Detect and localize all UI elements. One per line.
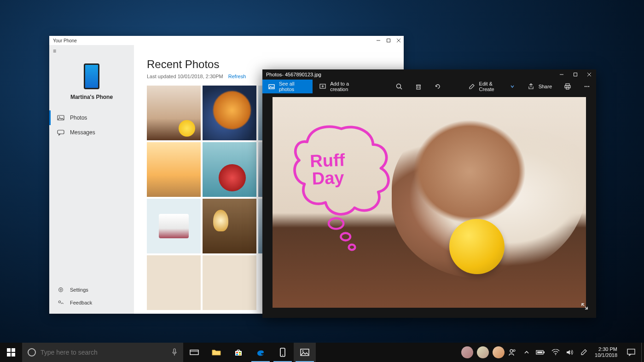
volume-icon[interactable] xyxy=(566,349,574,356)
your-phone-taskbar-button[interactable] xyxy=(272,343,294,362)
delete-button[interactable] xyxy=(409,80,428,93)
svg-rect-11 xyxy=(574,73,577,76)
battery-icon[interactable] xyxy=(536,350,545,355)
minimize-button[interactable] xyxy=(555,69,569,80)
photo-thumbnail[interactable] xyxy=(203,86,256,140)
file-explorer-button[interactable] xyxy=(205,343,227,362)
photos-titlebar[interactable]: Photos- 4567890123.jpg xyxy=(262,69,596,80)
fullscreen-button[interactable] xyxy=(578,299,592,313)
toolbar-label: Share xyxy=(539,84,552,89)
device-name: Martina's Phone xyxy=(70,94,113,100)
photo-thumbnail[interactable] xyxy=(203,255,256,310)
edit-create-button[interactable]: Edit & Create xyxy=(463,80,521,93)
photos-window: Photos- 4567890123.jpg See all photos Ad… xyxy=(262,69,596,318)
windows-icon xyxy=(7,348,15,356)
photo-subject xyxy=(449,219,505,274)
svg-rect-38 xyxy=(190,350,198,355)
refresh-link[interactable]: Refresh xyxy=(228,74,246,79)
sidebar-item-settings[interactable]: Settings xyxy=(49,283,134,296)
photo-thumbnail[interactable] xyxy=(147,86,201,140)
sidebar-item-feedback[interactable]: Feedback xyxy=(49,296,134,309)
svg-point-46 xyxy=(282,355,283,356)
print-icon xyxy=(564,83,571,90)
rotate-button[interactable] xyxy=(429,80,447,93)
search-input[interactable] xyxy=(41,349,167,356)
photos-icon xyxy=(57,114,64,121)
collection-icon xyxy=(268,83,275,90)
share-button[interactable]: Share xyxy=(522,80,557,93)
photo-thumbnail[interactable] xyxy=(147,199,201,253)
time-text: 2:30 PM xyxy=(595,346,617,352)
task-view-button[interactable] xyxy=(183,343,205,362)
photo-thumbnail[interactable] xyxy=(203,142,256,197)
svg-point-32 xyxy=(349,245,355,250)
photos-window-title: Photos- 4567890123.jpg xyxy=(266,72,321,77)
edge-icon xyxy=(256,348,265,357)
clock[interactable]: 2:30 PM 10/1/2018 xyxy=(591,343,621,362)
photos-toolbar: See all photos Add to a creation xyxy=(262,80,596,93)
pinned-contact[interactable] xyxy=(461,346,473,358)
pinned-contact[interactable] xyxy=(493,346,505,358)
minimize-button[interactable] xyxy=(373,36,383,45)
store-button[interactable] xyxy=(227,343,249,362)
page-title: Recent Photos xyxy=(147,58,391,71)
more-button[interactable] xyxy=(578,80,596,93)
photo-thumbnail[interactable] xyxy=(203,199,256,253)
folder-icon xyxy=(212,349,221,356)
toolbar-label: Add to a creation xyxy=(330,81,364,92)
mic-icon[interactable] xyxy=(171,348,178,356)
pinned-contact[interactable] xyxy=(477,346,489,358)
svg-rect-52 xyxy=(544,351,545,353)
start-button[interactable] xyxy=(0,343,22,362)
svg-point-28 xyxy=(586,86,587,87)
photo-thumbnail[interactable] xyxy=(147,255,201,310)
edge-button[interactable] xyxy=(249,343,272,362)
sidebar-item-messages[interactable]: Messages xyxy=(49,125,134,140)
last-updated-text: Last updated 10/01/2018, 2:30PM xyxy=(147,74,223,79)
svg-point-31 xyxy=(341,233,351,240)
close-button[interactable] xyxy=(582,69,596,80)
phone-icon xyxy=(84,63,99,89)
people-button[interactable] xyxy=(508,348,516,356)
maximize-button[interactable] xyxy=(569,69,582,80)
system-tray xyxy=(520,343,591,362)
photo-thumbnail[interactable] xyxy=(147,142,201,197)
sidebar-item-label: Photos xyxy=(70,115,87,121)
action-center-button[interactable] xyxy=(621,343,641,362)
ink-workspace-icon[interactable] xyxy=(580,349,587,356)
wifi-icon[interactable] xyxy=(551,349,560,356)
svg-point-8 xyxy=(60,289,61,290)
svg-point-9 xyxy=(58,301,60,303)
photo-image[interactable]: Ruff Day xyxy=(273,97,586,308)
print-button[interactable] xyxy=(558,80,577,93)
tray-overflow-button[interactable] xyxy=(524,350,529,355)
sidebar-item-label: Messages xyxy=(70,129,95,136)
zoom-icon xyxy=(395,83,403,90)
your-phone-titlebar[interactable]: Your Phone xyxy=(49,36,404,45)
date-text: 10/1/2018 xyxy=(595,352,617,358)
show-desktop-button[interactable] xyxy=(641,343,644,362)
hamburger-button[interactable]: ≡ xyxy=(49,45,134,57)
svg-point-54 xyxy=(555,354,556,355)
svg-rect-43 xyxy=(236,354,238,355)
svg-rect-20 xyxy=(417,85,420,89)
maximize-button[interactable] xyxy=(383,36,394,45)
sidebar-item-label: Settings xyxy=(70,287,88,293)
add-to-creation-button[interactable]: Add to a creation xyxy=(313,80,369,93)
see-all-photos-button[interactable]: See all photos xyxy=(262,80,313,93)
svg-rect-36 xyxy=(12,353,15,356)
svg-point-48 xyxy=(302,351,304,352)
svg-rect-41 xyxy=(236,352,238,353)
svg-point-18 xyxy=(396,84,400,88)
messages-icon xyxy=(57,129,64,136)
sidebar-item-photos[interactable]: Photos xyxy=(49,110,134,125)
rotate-icon xyxy=(434,83,441,90)
zoom-button[interactable] xyxy=(390,80,408,93)
search-box[interactable] xyxy=(22,343,183,362)
svg-point-29 xyxy=(588,86,589,87)
photos-taskbar-button[interactable] xyxy=(294,343,316,362)
sidebar-item-label: Feedback xyxy=(70,300,92,305)
close-button[interactable] xyxy=(394,36,404,45)
svg-rect-24 xyxy=(566,84,569,86)
svg-rect-37 xyxy=(174,349,175,353)
